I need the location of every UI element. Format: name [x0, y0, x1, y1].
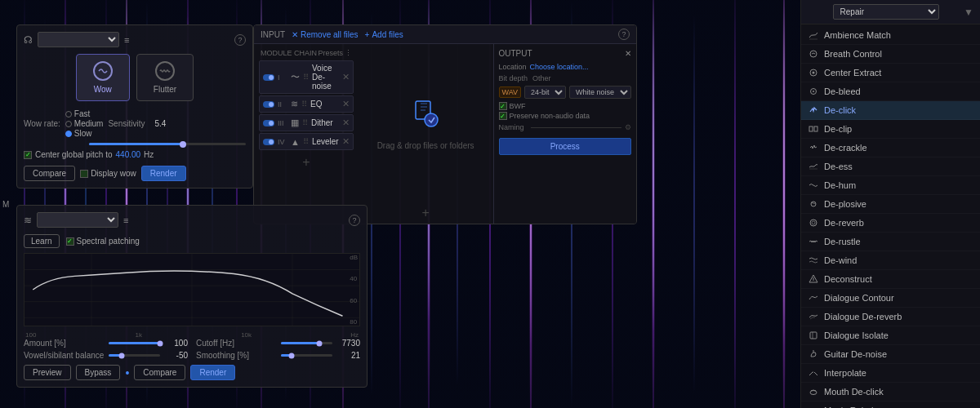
smoothing-label: Smoothing [%] — [196, 351, 278, 360]
sidebar-item-de-plosive[interactable]: De-plosive — [801, 195, 980, 214]
de-wind-label: De-wind — [824, 255, 973, 265]
chain-item-leveler[interactable]: IV ▲ ⠿ Leveler ✕ — [259, 133, 354, 150]
guitar-de-noise-icon — [808, 348, 819, 360]
display-wow-checkbox[interactable] — [80, 170, 88, 178]
spectral-menu-icon[interactable]: ≡ — [123, 215, 128, 225]
chain-item-dither[interactable]: III ▦ ⠿ Dither ✕ — [259, 114, 354, 131]
sidebar-item-center-extract[interactable]: Center Extract — [801, 64, 980, 82]
add-files-button[interactable]: + Add files — [365, 30, 403, 39]
spectral-patching-checkbox[interactable]: ✓ — [66, 237, 74, 246]
render-button[interactable]: Render — [141, 166, 186, 181]
spectral-render-button[interactable]: Render — [190, 365, 235, 380]
vowel-slider[interactable] — [109, 354, 160, 357]
dither-select[interactable]: White noise — [569, 86, 631, 99]
sidebar-dropdown-arrow[interactable]: ▼ — [964, 7, 973, 18]
sidebar-item-de-bleed[interactable]: De-bleed — [801, 82, 980, 101]
sidebar-item-de-clip[interactable]: De-clip — [801, 120, 980, 139]
wow-mode-button[interactable]: Wow — [76, 54, 130, 101]
sidebar-item-de-wind[interactable]: De-wind — [801, 251, 980, 270]
spectral-bypass-button[interactable]: Bypass — [76, 365, 121, 380]
rate-slow[interactable]: Slow — [65, 129, 104, 138]
help-icon[interactable]: ? — [234, 34, 246, 46]
panel-header-left: ☊ ≡ — [24, 32, 129, 47]
choose-location-link[interactable]: Choose location... — [530, 63, 631, 71]
sidebar-item-de-hum[interactable]: De-hum — [801, 176, 980, 195]
spectral-preview-button[interactable]: Preview — [24, 365, 71, 380]
chain-close-2[interactable]: ✕ — [342, 99, 350, 109]
cutoff-slider[interactable] — [281, 342, 332, 344]
panel-menu-icon[interactable]: ≡ — [124, 35, 129, 45]
output-close-icon[interactable]: ✕ — [625, 49, 631, 58]
sidebar-item-guitar-de-noise[interactable]: Guitar De-noise — [801, 345, 980, 364]
drag-drop-area[interactable]: Drag & drop files or folders — [359, 44, 493, 202]
sidebar-item-mouth-de-click[interactable]: Mouth De-click — [801, 383, 980, 401]
sidebar-item-de-rustle[interactable]: De-rustle — [801, 233, 980, 251]
rate-fast-radio[interactable] — [65, 111, 72, 118]
remove-all-icon: ✕ — [292, 30, 298, 39]
rate-slow-label: Slow — [74, 129, 92, 138]
preserve-checkbox[interactable]: ✓ — [499, 112, 507, 120]
sidebar-item-deconstruct[interactable]: Deconstruct — [801, 270, 980, 289]
bit-depth-select[interactable]: 24-bit — [524, 86, 566, 99]
chain-item-voice-de-noise[interactable]: I 〜 ⠿ Voice De-noise ✕ — [259, 60, 354, 94]
de-plosive-icon — [808, 198, 819, 210]
chain-item-eq[interactable]: II ≋ ⠿ EQ ✕ — [259, 95, 354, 113]
sidebar-item-interpolate[interactable]: Interpolate — [801, 364, 980, 383]
process-button[interactable]: Process — [499, 138, 632, 155]
pitch-value[interactable]: 440.00 — [116, 150, 141, 159]
smoothing-slider[interactable] — [281, 354, 332, 357]
chain-close-4[interactable]: ✕ — [342, 136, 350, 147]
panel-dropdown[interactable] — [38, 32, 119, 47]
drag-drop-text: Drag & drop files or folders — [377, 141, 474, 150]
de-wind-icon — [808, 255, 819, 266]
sidebar-item-music-rebalance[interactable]: Music Rebalance — [801, 401, 980, 408]
wav-badge: WAV — [499, 86, 522, 98]
chain-icon-1: 〜 — [291, 71, 300, 83]
input-label: INPUT — [261, 30, 285, 39]
chain-close-1[interactable]: ✕ — [342, 72, 350, 82]
de-ess-label: De-ess — [824, 162, 973, 171]
spectral-help-icon[interactable]: ? — [349, 215, 360, 226]
naming-settings-icon[interactable]: ⚙ — [625, 123, 631, 131]
sidebar-item-ambience-match[interactable]: Ambience Match — [801, 26, 980, 45]
chain-toggle-4[interactable] — [263, 139, 274, 145]
bwf-label: BWF — [510, 102, 526, 110]
add-to-output-button[interactable]: + — [421, 206, 429, 220]
sensitivity-value: 5.4 — [149, 119, 166, 128]
chain-toggle-1[interactable] — [263, 74, 274, 81]
chain-toggle-2[interactable] — [263, 101, 274, 108]
sidebar-item-breath-control[interactable]: Breath Control — [801, 45, 980, 64]
compare-button[interactable]: Compare — [24, 166, 75, 181]
amount-slider[interactable] — [109, 342, 160, 344]
sidebar-item-de-reverb[interactable]: De-reverb — [801, 214, 980, 233]
flutter-mode-button[interactable]: Flutter — [136, 54, 194, 101]
learn-button[interactable]: Learn — [24, 234, 60, 248]
chain-close-3[interactable]: ✕ — [342, 118, 350, 128]
rate-medium-radio[interactable] — [65, 121, 72, 127]
sidebar-item-dialogue-contour[interactable]: Dialogue Contour — [801, 289, 980, 308]
rate-fast[interactable]: Fast — [65, 109, 104, 118]
sidebar-item-de-click[interactable]: De-click — [801, 101, 980, 120]
sidebar-item-de-crackle[interactable]: De-crackle — [801, 139, 980, 157]
module-help-icon[interactable]: ? — [618, 29, 630, 40]
spectral-panel-dropdown[interactable] — [37, 212, 118, 228]
amount-value: 100 — [163, 339, 188, 348]
presets-label[interactable]: Presets — [318, 49, 344, 57]
sidebar-item-dialogue-isolate[interactable]: Dialogue Isolate — [801, 326, 980, 345]
spectral-compare-button[interactable]: Compare — [134, 365, 185, 380]
bwf-checkbox[interactable]: ✓ — [499, 102, 507, 110]
sidebar-item-de-ess[interactable]: De-ess — [801, 157, 980, 176]
preserve-row: ✓ Preserve non-audio data — [499, 112, 632, 120]
chain-toggle-3[interactable] — [263, 120, 274, 126]
de-click-icon — [808, 104, 819, 116]
rate-medium[interactable]: Medium — [65, 119, 104, 128]
display-wow-checkbox-row[interactable]: Display wow — [80, 169, 136, 178]
add-module-button[interactable]: + — [302, 155, 310, 170]
sidebar-category-dropdown[interactable]: Repair — [833, 4, 939, 20]
remove-all-button[interactable]: ✕ Remove all files — [292, 30, 359, 39]
rate-slow-radio[interactable] — [65, 131, 72, 137]
sidebar-item-dialogue-de-reverb[interactable]: Dialogue De-reverb — [801, 308, 980, 326]
pitch-checkbox[interactable]: ✓ — [24, 151, 32, 159]
de-reverb-label: De-reverb — [824, 218, 973, 228]
sensitivity-slider[interactable] — [89, 143, 246, 145]
